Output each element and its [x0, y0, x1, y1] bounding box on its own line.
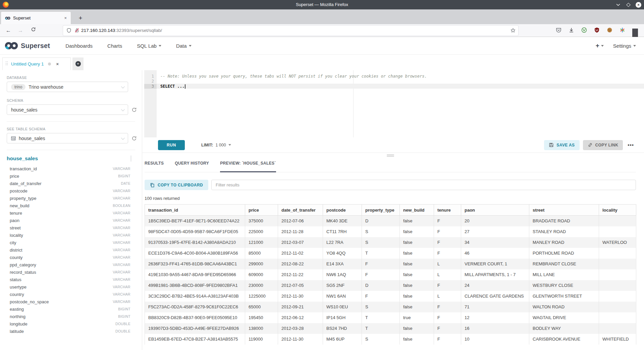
save-as-button[interactable]: SAVE AS: [544, 140, 579, 150]
sql-editor[interactable]: 1-- Note: Unless you save your query, th…: [142, 70, 644, 137]
schema-column-type: VARCHAR: [113, 189, 130, 193]
schema-column-name: district: [10, 248, 22, 253]
limit-dropdown[interactable]: LIMIT: 1 000: [201, 143, 231, 147]
superset-wordmark[interactable]: Superset: [21, 42, 50, 50]
bookmark-star-icon[interactable]: [511, 28, 516, 34]
chevron-down-icon: [228, 144, 231, 146]
drag-handle-icon[interactable]: [6, 61, 8, 66]
new-item-button[interactable]: +: [596, 42, 604, 49]
cell: 419E1030-9A55-4467-8DA9-9FED95D65966: [145, 269, 245, 280]
column-header-locality[interactable]: locality: [599, 205, 636, 216]
filter-results-input[interactable]: [211, 180, 636, 190]
browser-tabbar: Superset × +: [0, 9, 644, 24]
more-options-button[interactable]: •••: [628, 142, 634, 148]
cell: F: [434, 302, 461, 312]
cell: false: [400, 248, 434, 259]
schema-column-type: VARCHAR: [113, 196, 130, 200]
privacy-badger-icon[interactable]: [581, 27, 587, 33]
query-tab[interactable]: Untitled Query 1 ×: [2, 57, 71, 70]
browser-tab[interactable]: Superset ×: [1, 11, 71, 24]
cell: 138000: [245, 323, 278, 334]
database-engine-badge: trino: [11, 84, 25, 90]
tab-preview-house-sales[interactable]: PREVIEW: `HOUSE_SALES`: [220, 161, 276, 172]
schema-column-row: localityVARCHAR: [7, 231, 135, 239]
tab-results[interactable]: RESULTS: [145, 161, 164, 172]
cell: true: [400, 312, 434, 323]
extension-asterisk-icon[interactable]: [620, 27, 625, 33]
cell: [599, 291, 636, 302]
tab-query-history[interactable]: QUERY HISTORY: [175, 161, 209, 172]
copy-icon: [150, 183, 155, 187]
back-button[interactable]: ←: [5, 27, 12, 34]
window-maximize-icon[interactable]: [626, 2, 631, 7]
schema-select-value: house_sales: [11, 107, 38, 113]
lock-crossed-icon[interactable]: [74, 28, 79, 34]
cookie-icon[interactable]: [607, 27, 612, 33]
copy-link-button[interactable]: COPY LINK: [583, 140, 623, 150]
query-tab-strip: Untitled Query 1 × +: [0, 57, 644, 70]
cell: D: [362, 280, 400, 291]
cell: F: [434, 334, 461, 345]
window-minimize-icon[interactable]: [615, 2, 621, 7]
cell: EB1459EB-67ED-47C8-B2E7-A38143AB5575: [145, 334, 245, 345]
cell: S: [362, 302, 400, 312]
cell: S: [362, 226, 400, 237]
schema-column-name: postcode_no_space: [10, 299, 49, 304]
collapse-table-icon[interactable]: [131, 156, 131, 162]
copy-to-clipboard-button[interactable]: COPY TO CLIPBOARD: [145, 180, 208, 190]
schema-column-row: priceBIGINT: [7, 172, 135, 180]
cell: S: [362, 334, 400, 345]
nav-item-charts[interactable]: Charts: [107, 43, 122, 49]
cell: 3C3C29DC-B7B2-4BE5-914A-A38123AF403B: [145, 291, 245, 302]
cell: 2012-11-22: [278, 269, 323, 280]
cell: WHITEFIELD: [599, 334, 636, 345]
schema-column-type: DOUBLE: [115, 329, 130, 333]
see-table-schema-label: SEE TABLE SCHEMA: [7, 127, 135, 131]
url-bar[interactable]: 217.160.120.143:32393/superset/sqllab/: [63, 26, 518, 36]
column-header-transaction_id[interactable]: transaction_id: [145, 205, 245, 216]
cell: 2012-09-21: [278, 302, 323, 312]
superset-logo-icon[interactable]: [5, 42, 18, 50]
schema-column-name: tenure: [10, 211, 22, 216]
column-header-paon[interactable]: paon: [461, 205, 529, 216]
navbar-right: + Settings: [596, 42, 636, 49]
query-tab-close-icon[interactable]: ×: [56, 61, 59, 67]
forward-button[interactable]: →: [17, 27, 24, 34]
database-select[interactable]: trino Trino warehouse: [7, 82, 128, 92]
column-header-property_type[interactable]: property_type: [362, 205, 400, 216]
pocket-icon[interactable]: [556, 27, 561, 33]
column-header-tenure[interactable]: tenure: [434, 205, 461, 216]
nav-item-data[interactable]: Data: [176, 43, 192, 49]
new-tab-button[interactable]: +: [76, 14, 85, 22]
run-button[interactable]: RUN: [158, 140, 185, 150]
column-header-street[interactable]: street: [529, 205, 599, 216]
schema-column-name: street: [10, 225, 21, 230]
table-schema-title[interactable]: house_sales: [7, 156, 38, 162]
schema-select[interactable]: house_sales: [7, 104, 128, 115]
refresh-schema-icon[interactable]: [131, 107, 137, 113]
cell: CT11 7RH: [323, 226, 362, 237]
menu-icon[interactable]: [632, 27, 638, 33]
column-header-new_build[interactable]: new_build: [400, 205, 434, 216]
column-header-date_of_transfer[interactable]: date_of_transfer: [278, 205, 323, 216]
download-icon[interactable]: [569, 27, 574, 33]
nav-item-sql-lab[interactable]: SQL Lab: [137, 43, 161, 49]
cell: 119000: [245, 334, 278, 345]
cell: 1B5C39ED-BE7F-41EF-9E71-9C60EED74A22: [145, 216, 245, 226]
tab-close-icon[interactable]: ×: [64, 15, 67, 20]
column-header-postcode[interactable]: postcode: [323, 205, 362, 216]
cell: MANLEY ROAD: [529, 237, 599, 248]
refresh-table-icon[interactable]: [131, 136, 137, 141]
table-select[interactable]: house_sales: [7, 133, 128, 143]
column-header-price[interactable]: price: [245, 205, 278, 216]
url-text[interactable]: 217.160.120.143:32393/superset/sqllab/: [81, 26, 162, 36]
reload-button[interactable]: [30, 27, 37, 34]
settings-menu[interactable]: Settings: [613, 43, 636, 49]
pane-resize-handle[interactable]: [387, 155, 394, 157]
ublock-icon[interactable]: [594, 27, 600, 33]
window-close-icon[interactable]: ×: [636, 2, 641, 8]
tracking-shield-icon[interactable]: [66, 28, 71, 34]
nav-item-dashboards[interactable]: Dashboards: [65, 43, 93, 49]
cell: WALTON ROAD: [529, 302, 599, 312]
new-query-tab-button[interactable]: +: [72, 57, 84, 70]
